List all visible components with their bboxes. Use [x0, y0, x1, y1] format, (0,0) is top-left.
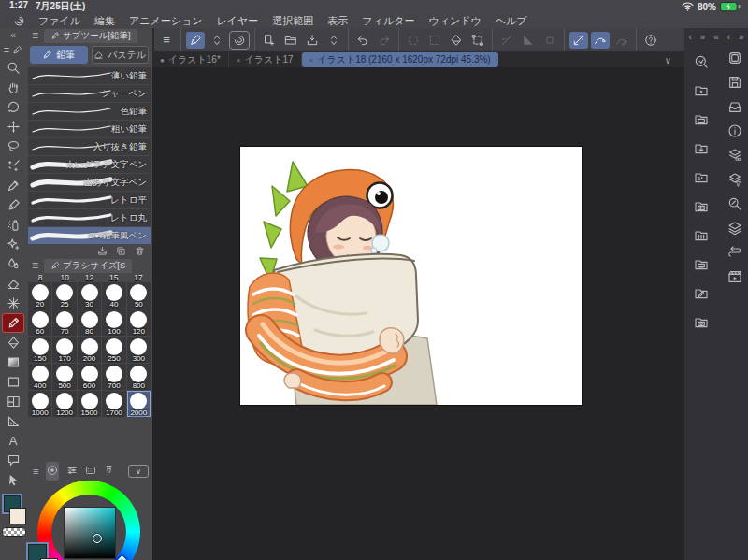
brush-size-60[interactable]: 60 — [28, 309, 51, 336]
close-tab-icon[interactable]: × — [309, 56, 314, 65]
help-button[interactable] — [641, 32, 660, 49]
brush-size-40[interactable]: 40 — [102, 282, 125, 309]
material-folder[interactable] — [691, 226, 712, 244]
snap-special-ruler-button[interactable] — [591, 32, 610, 49]
save-palette[interactable] — [725, 73, 745, 91]
snap-perspective-button[interactable] — [519, 32, 538, 49]
brush-size-2000[interactable]: 2000 — [127, 391, 151, 417]
current-tool-button[interactable] — [186, 32, 205, 49]
layout-folder[interactable] — [691, 197, 712, 215]
vector-snap-button[interactable] — [612, 32, 631, 49]
camera-folder[interactable] — [691, 313, 712, 331]
brush-size-150[interactable]: 150 — [28, 337, 51, 363]
fill-tool[interactable] — [2, 333, 24, 352]
menu-item-7[interactable]: ウィンドウ — [428, 14, 481, 28]
subtool-item-2[interactable]: 色鉛筆 — [28, 103, 151, 120]
monitor-folder[interactable] — [691, 255, 712, 273]
color-panel-expand-button[interactable]: ∨ — [128, 465, 149, 478]
brush-size-80[interactable]: 80 — [78, 309, 101, 336]
color-wheel-tab[interactable] — [46, 462, 59, 481]
layer-property-palette[interactable] — [725, 146, 745, 164]
timeline-palette[interactable] — [725, 243, 745, 261]
brush-size-cut-label[interactable]: 12 — [77, 273, 101, 282]
brush-size-20[interactable]: 20 — [28, 282, 51, 309]
import-subtool-icon[interactable] — [97, 246, 108, 256]
tab-list-chevron-icon[interactable]: ∨ — [665, 55, 671, 65]
processing-indicator[interactable] — [404, 32, 423, 49]
pencil-tool[interactable] — [2, 313, 24, 333]
dock-chevron-collapse-icon[interactable]: « — [713, 32, 719, 42]
canvas-document[interactable] — [240, 147, 582, 405]
transform-button[interactable] — [468, 32, 487, 49]
pen-tool[interactable] — [2, 195, 24, 215]
modified-dot-icon[interactable]: ● — [160, 56, 165, 65]
brush-size-120[interactable]: 120 — [127, 309, 151, 336]
document-tab-1[interactable]: ×イラスト17 — [229, 52, 302, 67]
dock-chevron-left-icon[interactable]: ‹ — [688, 32, 691, 42]
tool-property-folder[interactable] — [691, 110, 712, 128]
close-tab-icon[interactable]: × — [237, 56, 241, 65]
brush-size-cut-label[interactable]: 15 — [102, 273, 126, 282]
color-sliders-tab[interactable] — [66, 463, 78, 480]
search-palette[interactable] — [725, 194, 745, 212]
brush-size-cut-label[interactable]: 8 — [28, 273, 52, 282]
quick-access[interactable] — [691, 52, 712, 70]
move-layer-tool[interactable] — [2, 117, 24, 136]
gradient-tool[interactable] — [2, 352, 24, 372]
airbrush-tool[interactable] — [2, 215, 24, 235]
layer-search-palette[interactable] — [725, 170, 745, 188]
brush-size-1700[interactable]: 1700 — [102, 391, 125, 417]
brush-size-50[interactable]: 50 — [127, 282, 151, 309]
brush-size-25[interactable]: 25 — [52, 282, 76, 309]
save-file-button[interactable] — [303, 32, 322, 49]
balloon-tool[interactable] — [2, 451, 24, 470]
new-canvas-button[interactable] — [260, 32, 279, 49]
color-set-tab[interactable] — [85, 463, 96, 480]
text-tool[interactable]: A — [2, 431, 24, 451]
brush-size-1000[interactable]: 1000 — [28, 391, 51, 417]
document-tab-2[interactable]: ×イラスト18 (2160 x 1620px 72dpi 45.3%) — [302, 52, 498, 67]
decoration-tool[interactable] — [2, 235, 24, 254]
save-options-button[interactable] — [324, 32, 343, 49]
fill-button[interactable] — [447, 32, 466, 49]
information-palette[interactable] — [725, 122, 745, 139]
snap-grid-button[interactable] — [540, 32, 559, 49]
duplicate-subtool-icon[interactable] — [116, 246, 126, 256]
tool-cycle-button[interactable] — [208, 32, 226, 49]
blend-tool[interactable] — [2, 254, 24, 274]
select-area-button[interactable] — [425, 32, 444, 49]
hand-tool[interactable] — [2, 78, 24, 97]
menu-item-5[interactable]: 表示 — [327, 14, 348, 28]
subtool-item-7[interactable]: レトロ平 — [28, 192, 151, 208]
snap-line-button[interactable] — [497, 32, 516, 49]
open-file-button[interactable] — [281, 32, 300, 49]
subtool-item-0[interactable]: 薄い鉛筆 — [28, 67, 151, 84]
figure-tool[interactable] — [2, 372, 24, 392]
brush-size-cut-label[interactable]: 10 — [52, 273, 77, 282]
redo-button[interactable] — [375, 32, 394, 49]
brush-size-70[interactable]: 70 — [52, 309, 76, 336]
edit-folder[interactable] — [691, 284, 712, 302]
subtool-item-4[interactable]: 入り抜き鉛筆 — [28, 138, 151, 155]
subtool-item-9[interactable]: S●!鉛筆風ペン — [28, 227, 151, 244]
main-menu-button[interactable]: ≡ — [157, 32, 176, 49]
subtool-item-5[interactable]: 太いグラデ文字ペン — [28, 156, 151, 173]
subtool-panel-menu-icon[interactable]: ≡ — [32, 29, 38, 42]
subtool-item-3[interactable]: 粗い鉛筆 — [28, 121, 151, 137]
brush-size-300[interactable]: 300 — [127, 337, 151, 363]
subtool-group-tab-1[interactable]: パステル — [92, 46, 150, 64]
subtool-item-1[interactable]: シャーペン — [28, 85, 151, 102]
brush-size-200[interactable]: 200 — [78, 337, 101, 363]
tray-palette[interactable] — [725, 97, 745, 115]
color-panel-menu-icon[interactable]: ≡ — [33, 467, 38, 477]
color-mixer-tab[interactable] — [104, 463, 115, 480]
canvas-workspace[interactable] — [152, 67, 684, 560]
delete-subtool-icon[interactable] — [135, 246, 145, 256]
menu-item-6[interactable]: フィルター — [362, 14, 414, 28]
menu-item-8[interactable]: ヘルプ — [496, 14, 527, 28]
undo-button[interactable] — [353, 32, 372, 49]
brush-size-170[interactable]: 170 — [52, 337, 76, 363]
brush-size-30[interactable]: 30 — [78, 282, 101, 309]
transparent-color-swatch[interactable] — [2, 527, 26, 537]
auto-select-tool[interactable] — [2, 156, 24, 176]
